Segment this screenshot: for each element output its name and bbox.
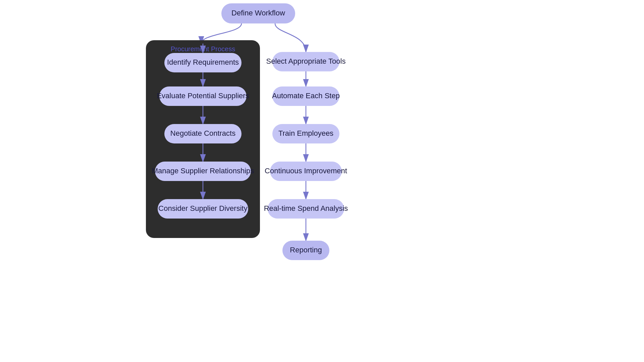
define-workflow-label: Define Workflow [231,9,285,17]
evaluate-suppliers-label: Evaluate Potential Suppliers [157,92,249,100]
continuous-improvement-label: Continuous Improvement [265,167,347,175]
consider-diversity-label: Consider Supplier Diversity [158,204,247,213]
reporting-label: Reporting [290,246,322,254]
manage-supplier-label: Manage Supplier Relationships [152,167,254,175]
identify-requirements-label: Identify Requirements [167,58,239,66]
realtime-spend-label: Real-time Spend Analysis [264,204,348,213]
negotiate-contracts-label: Negotiate Contracts [170,129,235,137]
train-employees-label: Train Employees [278,129,333,137]
select-tools-label: Select Appropriate Tools [266,57,346,65]
automate-step-label: Automate Each Step [272,92,340,100]
diagram-container: Define Workflow Procurement Process Iden… [0,0,644,362]
